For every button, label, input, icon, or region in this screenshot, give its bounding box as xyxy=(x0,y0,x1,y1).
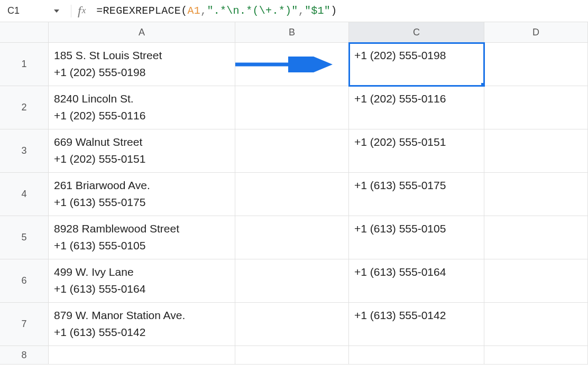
table-row: 261 Briarwood Ave. +1 (613) 555-0175 +1 … xyxy=(49,173,588,216)
formula-bar: fx =REGEXREPLACE(A1,".*\n.*(\+.*)","$1") xyxy=(0,0,588,22)
row-header[interactable]: 7 xyxy=(0,303,49,346)
formula-str1: ".*\n.*(\+.*)" xyxy=(207,5,298,17)
cell-D6[interactable] xyxy=(484,259,588,303)
formula-close: ) xyxy=(330,5,337,17)
cell-value: +1 (202) 555-0198 xyxy=(354,47,479,64)
cell-A1[interactable]: 185 S. St Louis Street +1 (202) 555-0198 xyxy=(49,43,235,86)
table-row: 185 S. St Louis Street +1 (202) 555-0198… xyxy=(49,43,588,86)
cell-B5[interactable] xyxy=(235,216,349,259)
cell-A6[interactable]: 499 W. Ivy Lane +1 (613) 555-0164 xyxy=(49,259,235,303)
spreadsheet: 1 2 3 4 5 6 7 8 A B C D 185 S. St Louis … xyxy=(0,22,588,392)
name-box[interactable] xyxy=(0,5,49,16)
col-header[interactable]: C xyxy=(349,22,484,43)
cell-C4[interactable]: +1 (613) 555-0175 xyxy=(349,173,484,216)
cell-D5[interactable] xyxy=(484,216,588,259)
table-row: 499 W. Ivy Lane +1 (613) 555-0164 +1 (61… xyxy=(49,259,588,303)
table-row: 669 Walnut Street +1 (202) 555-0151 +1 (… xyxy=(49,129,588,173)
cell-B1[interactable] xyxy=(235,43,349,86)
chevron-down-icon xyxy=(54,10,59,13)
table-row: 879 W. Manor Station Ave. +1 (613) 555-0… xyxy=(49,303,588,346)
formula-open: ( xyxy=(181,5,187,17)
row-headers: 1 2 3 4 5 6 7 8 xyxy=(0,22,49,392)
cell-D7[interactable] xyxy=(484,303,588,346)
cell-D3[interactable] xyxy=(484,129,588,173)
cell-C7[interactable]: +1 (613) 555-0142 xyxy=(349,303,484,346)
cell-C1[interactable]: +1 (202) 555-0198 xyxy=(349,43,484,86)
cell-A2[interactable]: 8240 Lincoln St. +1 (202) 555-0116 xyxy=(49,86,235,129)
table-row: 8240 Lincoln St. +1 (202) 555-0116 +1 (2… xyxy=(49,86,588,129)
formula-eq: = xyxy=(96,5,103,17)
formula-input[interactable]: =REGEXREPLACE(A1,".*\n.*(\+.*)","$1") xyxy=(96,5,588,17)
cell-B7[interactable] xyxy=(235,303,349,346)
row-header[interactable]: 2 xyxy=(0,86,49,129)
cell-A8[interactable] xyxy=(49,346,235,365)
row-header[interactable]: 4 xyxy=(0,173,49,216)
cell-D8[interactable] xyxy=(484,346,588,365)
name-box-dropdown[interactable] xyxy=(49,10,65,13)
row-header[interactable]: 5 xyxy=(0,216,49,259)
formula-comma: , xyxy=(200,5,207,17)
select-all-corner[interactable] xyxy=(0,22,49,43)
cell-B4[interactable] xyxy=(235,173,349,216)
cell-D1[interactable] xyxy=(484,43,588,86)
formula-str2: "$1" xyxy=(305,5,330,17)
col-headers: A B C D xyxy=(49,22,588,43)
arrow-icon xyxy=(235,57,341,72)
cell-C6[interactable]: +1 (613) 555-0164 xyxy=(349,259,484,303)
cell-D4[interactable] xyxy=(484,173,588,216)
row-header[interactable]: 6 xyxy=(0,259,49,303)
cell-A3[interactable]: 669 Walnut Street +1 (202) 555-0151 xyxy=(49,129,235,173)
col-header[interactable]: A xyxy=(49,22,235,43)
cell-C8[interactable] xyxy=(349,346,484,365)
table-row: 8928 Ramblewood Street +1 (613) 555-0105… xyxy=(49,216,588,259)
cell-A5[interactable]: 8928 Ramblewood Street +1 (613) 555-0105 xyxy=(49,216,235,259)
fill-handle[interactable] xyxy=(481,83,484,86)
fx-icon: fx xyxy=(78,4,96,18)
cell-A4[interactable]: 261 Briarwood Ave. +1 (613) 555-0175 xyxy=(49,173,235,216)
col-header[interactable]: B xyxy=(235,22,349,43)
formula-ref: A1 xyxy=(187,5,200,17)
formula-comma: , xyxy=(298,5,305,17)
cell-C3[interactable]: +1 (202) 555-0151 xyxy=(349,129,484,173)
cell-B2[interactable] xyxy=(235,86,349,129)
table-row xyxy=(49,346,588,365)
grid: A B C D 185 S. St Louis Street +1 (202) … xyxy=(49,22,588,392)
row-header[interactable]: 8 xyxy=(0,346,49,365)
cell-B6[interactable] xyxy=(235,259,349,303)
cell-B8[interactable] xyxy=(235,346,349,365)
col-header[interactable]: D xyxy=(484,22,588,43)
cell-D2[interactable] xyxy=(484,86,588,129)
row-header[interactable]: 1 xyxy=(0,43,49,86)
divider xyxy=(71,5,71,17)
formula-func: REGEXREPLACE xyxy=(103,5,181,17)
cell-C5[interactable]: +1 (613) 555-0105 xyxy=(349,216,484,259)
cell-B3[interactable] xyxy=(235,129,349,173)
row-header[interactable]: 3 xyxy=(0,129,49,173)
cell-C2[interactable]: +1 (202) 555-0116 xyxy=(349,86,484,129)
cell-A7[interactable]: 879 W. Manor Station Ave. +1 (613) 555-0… xyxy=(49,303,235,346)
